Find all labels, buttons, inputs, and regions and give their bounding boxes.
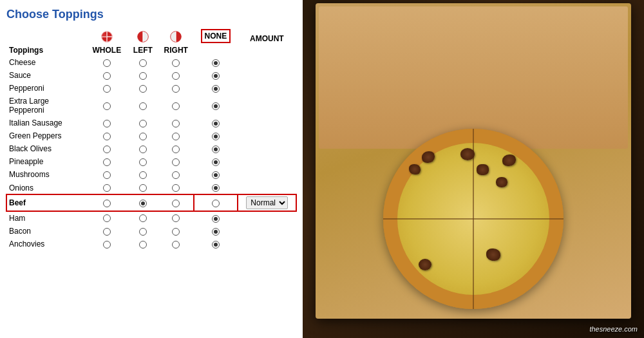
radio-whole[interactable]: [86, 181, 128, 194]
radio-whole[interactable]: [86, 56, 128, 69]
radio-left-indicator: [139, 214, 147, 222]
radio-right[interactable]: [158, 82, 194, 95]
radio-right[interactable]: [158, 194, 194, 211]
radio-left[interactable]: [128, 117, 158, 129]
radio-left[interactable]: [128, 56, 158, 69]
radio-left[interactable]: [128, 95, 158, 117]
radio-whole-indicator: [103, 120, 111, 127]
radio-right-indicator: [172, 184, 180, 192]
radio-none[interactable]: [194, 129, 237, 142]
radio-right[interactable]: [158, 155, 194, 168]
radio-none[interactable]: [194, 69, 237, 82]
topping-name: Pineapple: [6, 155, 86, 168]
radio-none-indicator: [212, 85, 220, 93]
radio-whole[interactable]: [86, 69, 128, 82]
radio-none[interactable]: [194, 155, 237, 168]
radio-right-indicator: [172, 214, 180, 222]
col-sub-none: [194, 44, 237, 56]
col-header-toppings: [6, 28, 86, 44]
amount-cell: [238, 129, 296, 142]
radio-left[interactable]: [128, 225, 158, 238]
topping-name: Pepperoni: [6, 82, 86, 95]
radio-whole[interactable]: [86, 142, 128, 155]
radio-left[interactable]: [128, 129, 158, 142]
radio-left-indicator: [139, 158, 147, 166]
radio-left-indicator: [139, 59, 147, 67]
topping-name: Sauce: [6, 69, 86, 82]
radio-left-indicator: [139, 228, 147, 236]
amount-cell: [238, 225, 296, 238]
radio-whole-indicator: [103, 200, 111, 207]
radio-right[interactable]: [158, 117, 194, 129]
amount-select[interactable]: NormalLightExtra: [246, 196, 288, 209]
radio-right[interactable]: [158, 95, 194, 117]
radio-left[interactable]: [128, 142, 158, 155]
topping-name: Cheese: [6, 56, 86, 69]
amount-cell: [238, 181, 296, 194]
radio-none[interactable]: [194, 95, 237, 117]
radio-none[interactable]: [194, 142, 237, 155]
table-row: Pineapple: [6, 155, 296, 168]
radio-whole[interactable]: [86, 225, 128, 238]
radio-right[interactable]: [158, 142, 194, 155]
radio-whole-indicator: [103, 184, 111, 192]
radio-whole-indicator: [103, 72, 111, 80]
radio-whole[interactable]: [86, 238, 128, 250]
radio-none-indicator: [212, 228, 220, 236]
radio-left[interactable]: [128, 155, 158, 168]
radio-right[interactable]: [158, 238, 194, 250]
amount-cell: [238, 56, 296, 69]
topping-name: Italian Sausage: [6, 117, 86, 129]
radio-whole[interactable]: [86, 95, 128, 117]
radio-right[interactable]: [158, 129, 194, 142]
table-row: Onions: [6, 181, 296, 194]
radio-whole[interactable]: [86, 82, 128, 95]
radio-whole[interactable]: [86, 129, 128, 142]
radio-left[interactable]: [128, 181, 158, 194]
radio-left[interactable]: [128, 69, 158, 82]
radio-whole-indicator: [103, 158, 111, 166]
radio-none[interactable]: [194, 168, 237, 181]
col-sub-whole: WHOLE: [86, 44, 128, 56]
radio-whole[interactable]: [86, 211, 128, 225]
radio-right-indicator: [172, 171, 180, 179]
radio-left[interactable]: [128, 238, 158, 250]
radio-right-indicator: [172, 59, 180, 67]
radio-none[interactable]: [194, 117, 237, 129]
radio-right[interactable]: [158, 56, 194, 69]
radio-left[interactable]: [128, 168, 158, 181]
radio-left[interactable]: [128, 194, 158, 211]
table-row: Pepperoni: [6, 82, 296, 95]
radio-none[interactable]: [194, 238, 237, 250]
radio-none[interactable]: [194, 211, 237, 225]
radio-none-indicator: [212, 200, 220, 207]
toppings-body: CheeseSaucePepperoniExtra Large Pepperon…: [6, 56, 296, 250]
amount-cell: [238, 238, 296, 250]
radio-whole[interactable]: [86, 194, 128, 211]
radio-whole-indicator: [103, 241, 111, 249]
radio-left-indicator: [139, 146, 147, 153]
radio-right[interactable]: [158, 225, 194, 238]
radio-right[interactable]: [158, 181, 194, 194]
radio-whole-indicator: [103, 146, 111, 153]
table-row: BeefNormalLightExtra: [6, 194, 296, 211]
amount-cell: [238, 95, 296, 117]
radio-none-indicator: [212, 102, 220, 110]
amount-cell: [238, 168, 296, 181]
radio-right[interactable]: [158, 168, 194, 181]
radio-whole-indicator: [103, 171, 111, 179]
radio-none[interactable]: [194, 82, 237, 95]
radio-whole[interactable]: [86, 168, 128, 181]
radio-none[interactable]: [194, 225, 237, 238]
radio-left-indicator: [139, 72, 147, 80]
radio-whole[interactable]: [86, 117, 128, 129]
amount-cell[interactable]: NormalLightExtra: [238, 194, 296, 211]
radio-right[interactable]: [158, 69, 194, 82]
radio-right[interactable]: [158, 211, 194, 225]
radio-left[interactable]: [128, 211, 158, 225]
radio-left[interactable]: [128, 82, 158, 95]
radio-none[interactable]: [194, 181, 237, 194]
radio-whole[interactable]: [86, 155, 128, 168]
radio-none[interactable]: [194, 194, 237, 211]
radio-none[interactable]: [194, 56, 237, 69]
